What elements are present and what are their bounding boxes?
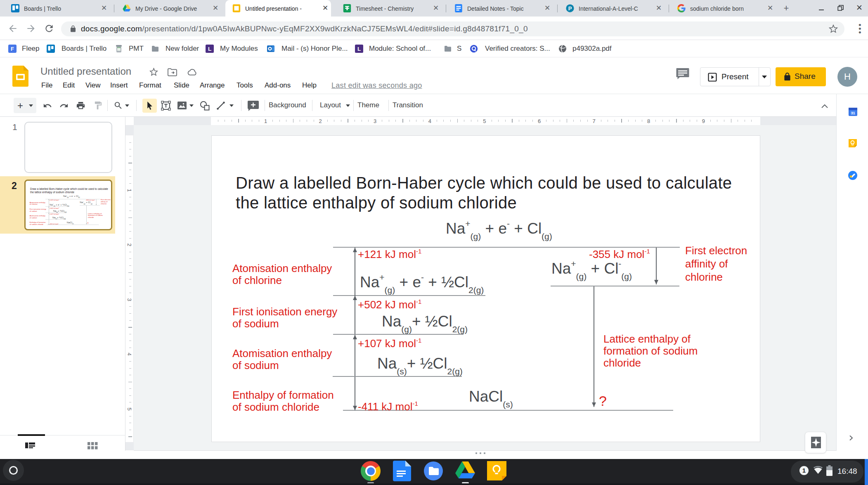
svg-text:L: L: [357, 46, 361, 52]
svg-text:F: F: [11, 46, 14, 52]
svg-text:P: P: [568, 5, 572, 12]
svg-text:L: L: [208, 46, 211, 52]
svg-text:31: 31: [851, 111, 855, 115]
